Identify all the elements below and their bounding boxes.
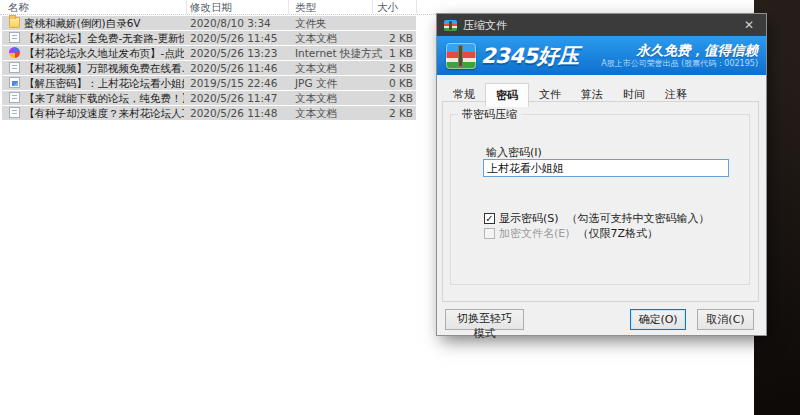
txt-file-icon <box>9 92 20 103</box>
tab-time[interactable]: 时间 <box>613 83 655 106</box>
file-size: 2 KB <box>389 106 413 120</box>
compress-file-dialog: 压缩文件 ✕ 2345好压 永久免费，值得信赖 A股上市公司荣誉出品 (股票代码… <box>437 14 766 335</box>
file-date-modified: 2020/5/26 13:23 <box>190 46 277 60</box>
column-separator <box>288 0 289 14</box>
file-name: 【村花论坛】全免费-无套路-更新快.txt <box>24 31 184 45</box>
password-tab-panel: 带密码压缩 输入密码(I) ✓ 显示密码(S) （勾选可支持中文密码输入） 加密… <box>442 101 759 302</box>
dialog-title: 压缩文件 <box>463 18 732 33</box>
show-password-checkbox[interactable]: ✓ <box>484 213 495 224</box>
encrypt-filenames-checkbox[interactable] <box>484 228 495 239</box>
haozip-logo-icon <box>446 43 476 69</box>
file-type: 文本文档 <box>295 61 337 75</box>
column-header-date[interactable]: 修改日期 <box>190 1 232 15</box>
file-name: 蜜桃和藏娇(倒闭)自录6V <box>24 16 184 30</box>
file-date-modified: 2020/5/26 11:46 <box>190 61 277 75</box>
file-row[interactable]: 蜜桃和藏娇(倒闭)自录6V2020/8/10 3:34文件夹 <box>2 16 416 30</box>
haozip-app-icon <box>444 20 457 31</box>
column-header-name[interactable]: 名称 <box>8 1 29 15</box>
password-groupbox: 带密码压缩 输入密码(I) ✓ 显示密码(S) （勾选可支持中文密码输入） 加密… <box>450 107 750 285</box>
file-name: 【村花视频】万部视频免费在线看.txt <box>24 61 184 75</box>
tab-algorithm[interactable]: 算法 <box>571 83 613 106</box>
file-name: 【来了就能下载的论坛，纯免费！】.txt <box>24 91 184 105</box>
brand-banner: 2345好压 永久免费，值得信赖 A股上市公司荣誉出品 (股票代码：002195… <box>437 36 766 75</box>
column-separator <box>416 0 417 14</box>
file-size: 0 KB <box>389 76 413 90</box>
tab-bar: 常规密码文件算法时间注释 <box>443 83 697 106</box>
jpg-file-icon <box>9 77 20 88</box>
tab-files[interactable]: 文件 <box>529 83 571 106</box>
file-type: Internet 快捷方式 <box>295 46 382 60</box>
tab-password[interactable]: 密码 <box>485 83 529 107</box>
file-row[interactable]: 【来了就能下载的论坛，纯免费！】.txt2020/5/26 11:47文本文档2… <box>2 91 416 105</box>
file-row[interactable]: 【村花论坛】全免费-无套路-更新快.txt2020/5/26 11:45文本文档… <box>2 31 416 45</box>
file-date-modified: 2020/5/26 11:48 <box>190 106 277 120</box>
url-file-icon <box>9 47 20 58</box>
brand-slogan: 永久免费，值得信赖 <box>601 43 758 59</box>
password-input[interactable] <box>483 159 729 177</box>
list-view-header: 名称修改日期类型大小 <box>0 0 754 15</box>
dialog-titlebar[interactable]: 压缩文件 ✕ <box>437 14 766 36</box>
file-size: 1 KB <box>389 46 413 60</box>
file-date-modified: 2020/8/10 3:34 <box>190 16 271 30</box>
show-password-hint: （勾选可支持中文密码输入） <box>567 211 710 226</box>
file-row[interactable]: 【解压密码】：上村花论坛看小姐姐.jpg2019/5/15 22:46JPG 文… <box>2 76 416 90</box>
file-size: 2 KB <box>389 61 413 75</box>
file-row[interactable]: 【村花视频】万部视频免费在线看.txt2020/5/26 11:46文本文档2 … <box>2 61 416 75</box>
file-row[interactable]: 【村花论坛永久地址发布页】-点此打开2020/5/26 13:23Interne… <box>2 46 416 60</box>
file-type: 文本文档 <box>295 106 337 120</box>
file-size: 2 KB <box>389 31 413 45</box>
cancel-button[interactable]: 取消(C) <box>697 309 754 330</box>
password-label: 输入密码(I) <box>486 145 542 160</box>
file-size: 2 KB <box>389 91 413 105</box>
show-password-label: 显示密码(S) <box>499 211 559 226</box>
column-separator <box>186 0 187 14</box>
switch-mode-button[interactable]: 切换至轻巧模式 <box>445 309 524 330</box>
encrypt-filenames-label: 加密文件名(E) <box>499 226 570 241</box>
file-date-modified: 2020/5/26 11:47 <box>190 91 277 105</box>
encrypt-filenames-hint: （仅限7Z格式） <box>578 226 659 241</box>
column-header-type[interactable]: 类型 <box>295 1 316 15</box>
file-name: 【村花论坛永久地址发布页】-点此打开 <box>24 46 184 60</box>
brand-subtitle: A股上市公司荣誉出品 (股票代码：002195) <box>601 59 758 68</box>
brand-logo-text: 2345好压 <box>481 42 578 70</box>
dialog-button-bar: 切换至轻巧模式 确定(O) 取消(C) <box>437 307 766 335</box>
file-date-modified: 2020/5/26 11:45 <box>190 31 277 45</box>
close-icon[interactable]: ✕ <box>732 14 766 36</box>
ok-button[interactable]: 确定(O) <box>630 309 686 330</box>
txt-file-icon <box>9 32 20 43</box>
column-separator <box>372 0 373 14</box>
file-type: JPG 文件 <box>295 76 337 90</box>
file-date-modified: 2019/5/15 22:46 <box>190 76 277 90</box>
tab-general[interactable]: 常规 <box>443 83 485 106</box>
tab-comment[interactable]: 注释 <box>655 83 697 106</box>
groupbox-title: 带密码压缩 <box>458 107 521 122</box>
file-type: 文本文档 <box>295 31 337 45</box>
column-header-size[interactable]: 大小 <box>377 1 398 15</box>
txt-file-icon <box>9 107 20 118</box>
file-type: 文件夹 <box>295 16 327 30</box>
file-name: 【有种子却没速度？来村花论坛人工加... <box>24 106 184 120</box>
file-row[interactable]: 【有种子却没速度？来村花论坛人工加...2020/5/26 11:48文本文档2… <box>2 106 416 120</box>
folder-file-icon <box>9 17 20 28</box>
file-type: 文本文档 <box>295 91 337 105</box>
txt-file-icon <box>9 62 20 73</box>
file-name: 【解压密码】：上村花论坛看小姐姐.jpg <box>24 76 184 90</box>
